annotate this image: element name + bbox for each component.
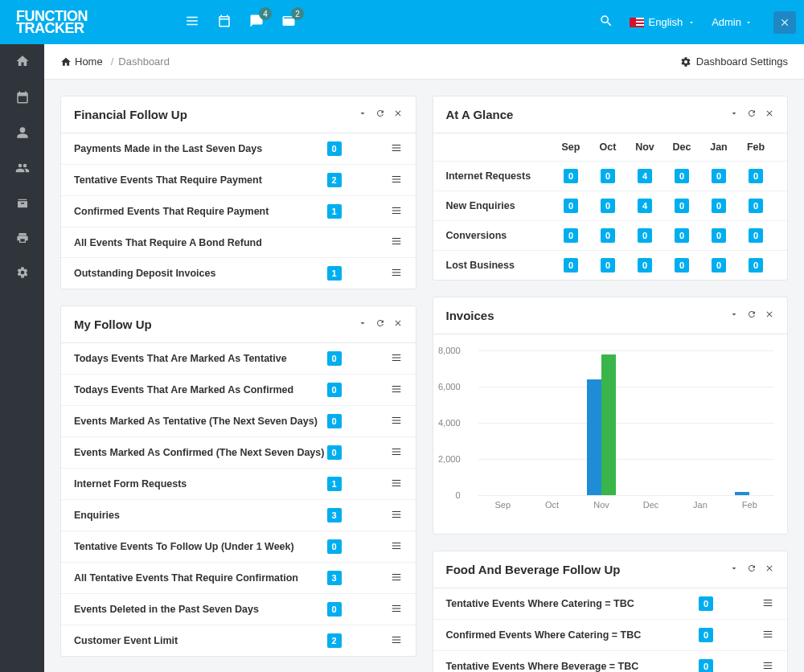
- count-badge[interactable]: 0: [601, 199, 615, 213]
- menu-icon[interactable]: [390, 352, 403, 366]
- chart-bar[interactable]: [601, 354, 616, 496]
- list-item[interactable]: Tentative Events To Follow Up (Under 1 W…: [61, 531, 416, 562]
- chart-bar[interactable]: [735, 492, 749, 496]
- menu-icon[interactable]: [761, 629, 774, 642]
- count-badge: 3: [327, 571, 342, 585]
- list-item[interactable]: Todays Events That Are Marked As Tentati…: [61, 343, 416, 374]
- chat-icon[interactable]: 4: [249, 14, 264, 31]
- sidebar-print-icon[interactable]: [16, 232, 29, 247]
- count-badge[interactable]: 0: [601, 228, 615, 243]
- refresh-icon[interactable]: [747, 563, 757, 576]
- count-badge[interactable]: 0: [601, 258, 615, 272]
- chart-bar[interactable]: [587, 379, 601, 495]
- count-badge[interactable]: 0: [564, 228, 578, 243]
- count-badge[interactable]: 0: [749, 228, 763, 243]
- list-item[interactable]: Internet Form Requests1: [61, 468, 416, 499]
- count-badge[interactable]: 0: [564, 199, 578, 213]
- menu-icon[interactable]: [390, 603, 403, 617]
- count-badge[interactable]: 0: [675, 169, 689, 183]
- menu-icon[interactable]: [390, 540, 403, 554]
- refresh-icon[interactable]: [375, 318, 385, 330]
- menu-icon[interactable]: [390, 572, 403, 585]
- menu-icon[interactable]: [390, 142, 403, 156]
- refresh-icon[interactable]: [747, 309, 757, 322]
- close-icon[interactable]: [765, 109, 774, 121]
- count-badge[interactable]: 0: [675, 258, 689, 272]
- card-icon[interactable]: 2: [281, 14, 296, 31]
- list-item[interactable]: Payments Made in the Last Seven Days0: [61, 133, 416, 164]
- close-icon[interactable]: [393, 318, 403, 330]
- list-item[interactable]: Events Marked As Tentative (The Next Sev…: [61, 405, 416, 436]
- chevron-down-icon[interactable]: [729, 309, 739, 322]
- close-button[interactable]: [773, 11, 796, 34]
- sidebar-calendar-icon[interactable]: [15, 90, 30, 107]
- menu-icon[interactable]: [390, 634, 403, 648]
- menu-icon[interactable]: [390, 383, 403, 397]
- sidebar-users-icon[interactable]: [15, 161, 30, 178]
- list-item[interactable]: Confirmed Events Where Catering = TBC0: [433, 619, 788, 650]
- count-badge[interactable]: 0: [675, 199, 689, 213]
- menu-icon[interactable]: [390, 477, 403, 491]
- logo[interactable]: FUNCTION TRACKER: [8, 9, 161, 35]
- menu-icon[interactable]: [761, 660, 774, 673]
- count-badge[interactable]: 0: [712, 228, 726, 243]
- list-item[interactable]: Enquiries3: [61, 499, 416, 531]
- close-icon[interactable]: [393, 109, 403, 121]
- list-item[interactable]: All Events That Require A Bond Refund: [61, 227, 416, 257]
- count-badge[interactable]: 0: [675, 228, 689, 243]
- language-selector[interactable]: English: [630, 16, 696, 28]
- refresh-icon[interactable]: [375, 109, 385, 121]
- search-icon[interactable]: [599, 14, 613, 31]
- count-badge[interactable]: 0: [638, 258, 652, 272]
- list-item[interactable]: Events Marked As Confirmed (The Next Sev…: [61, 436, 416, 468]
- list-item[interactable]: Events Deleted in the Past Seven Days0: [61, 593, 416, 625]
- menu-icon[interactable]: [390, 236, 403, 249]
- menu-icon[interactable]: [390, 446, 403, 460]
- count-badge[interactable]: 0: [712, 258, 726, 272]
- count-badge[interactable]: 0: [749, 169, 763, 183]
- list-item[interactable]: Confirmed Events That Require Payment1: [61, 195, 416, 227]
- menu-icon[interactable]: [390, 415, 403, 428]
- glance-month: Oct: [589, 141, 626, 153]
- sidebar-archive-icon[interactable]: [16, 197, 29, 212]
- count-badge[interactable]: 0: [749, 258, 763, 272]
- list-item[interactable]: Customer Event Limit2: [61, 625, 416, 656]
- count-badge[interactable]: 0: [638, 228, 652, 243]
- breadcrumb-home[interactable]: Home: [75, 55, 103, 68]
- close-icon[interactable]: [765, 563, 774, 576]
- menu-icon[interactable]: [390, 509, 403, 522]
- menu-icon[interactable]: [390, 205, 403, 219]
- sidebar-gear-icon[interactable]: [16, 266, 29, 281]
- admin-menu[interactable]: Admin: [712, 16, 753, 28]
- count-badge[interactable]: 0: [601, 169, 615, 183]
- list-item[interactable]: Tentative Events That Require Payment2: [61, 164, 416, 195]
- count-badge[interactable]: 4: [638, 199, 652, 213]
- chevron-down-icon[interactable]: [729, 563, 739, 576]
- count-badge[interactable]: 4: [638, 169, 652, 183]
- list-item[interactable]: Tentative Events Where Beverage = TBC0: [433, 650, 788, 672]
- chevron-down-icon[interactable]: [358, 318, 367, 330]
- dashboard-settings-button[interactable]: Dashboard Settings: [680, 55, 788, 68]
- menu-icon[interactable]: [390, 267, 403, 281]
- refresh-icon[interactable]: [747, 109, 757, 121]
- close-icon[interactable]: [765, 309, 774, 322]
- list-item[interactable]: Todays Events That Are Marked As Confirm…: [61, 374, 416, 405]
- sidebar-user-icon[interactable]: [16, 126, 29, 141]
- count-badge[interactable]: 0: [564, 169, 578, 183]
- menu-icon[interactable]: [761, 597, 774, 611]
- list-icon[interactable]: [185, 14, 199, 31]
- list-item[interactable]: All Tentative Events That Require Confir…: [61, 562, 416, 593]
- list-item[interactable]: Tentative Events Where Catering = TBC0: [433, 588, 788, 619]
- list-item[interactable]: Outstanding Deposit Invoices1: [61, 257, 416, 289]
- count-badge[interactable]: 0: [712, 199, 726, 213]
- sidebar-home-icon[interactable]: [15, 54, 30, 71]
- chevron-down-icon[interactable]: [358, 109, 367, 121]
- glance-row: New Enquiries004000: [433, 191, 788, 220]
- menu-icon[interactable]: [390, 174, 403, 187]
- count-badge[interactable]: 0: [564, 258, 578, 272]
- chevron-down-icon[interactable]: [729, 109, 739, 121]
- count-badge[interactable]: 0: [712, 169, 726, 183]
- glance-row: Lost Business000000: [433, 250, 788, 280]
- count-badge[interactable]: 0: [749, 199, 763, 213]
- calendar-icon[interactable]: [217, 14, 232, 31]
